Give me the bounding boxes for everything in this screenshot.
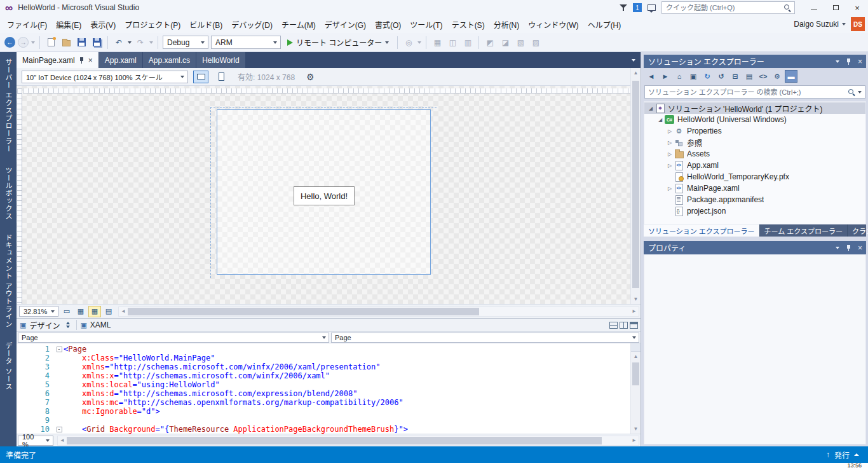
collapse-all-icon[interactable]: ⊟ [729, 70, 742, 83]
step-into-icon[interactable]: ◪ [499, 36, 512, 50]
close-icon[interactable]: × [858, 58, 862, 65]
scroll-left-icon[interactable]: ◄ [58, 436, 67, 445]
scrollbar-track[interactable] [631, 78, 641, 294]
search-icon[interactable] [783, 4, 791, 11]
menu-item[interactable]: ビルド(B) [185, 16, 227, 33]
code-line[interactable]: 4 xmlns:x="http://schemas.microsoft.com/… [17, 371, 630, 380]
solution-search-box[interactable] [644, 85, 865, 99]
element-dropdown-right[interactable]: Page [331, 333, 639, 343]
collapse-icon[interactable]: - [57, 427, 62, 432]
scroll-right-icon[interactable]: ► [630, 436, 639, 445]
editor-zoom-dropdown[interactable]: 100 % [18, 436, 53, 446]
tree-item[interactable]: ▷App.xaml [644, 160, 865, 171]
split-vertical-icon[interactable] [620, 322, 628, 329]
scrollbar-thumb[interactable] [67, 437, 602, 444]
maximize-button[interactable] [825, 0, 846, 15]
solution-platform-dropdown[interactable]: ARM [211, 36, 281, 49]
solution-search-input[interactable] [645, 88, 848, 96]
preview-selected-icon[interactable]: ▬ [785, 70, 797, 83]
code-line[interactable]: 10- <Grid Background="{ThemeResource App… [17, 425, 630, 434]
scrollbar-thumb[interactable] [632, 362, 639, 385]
expander-icon[interactable]: ▷ [665, 186, 674, 191]
chevron-down-icon[interactable] [417, 41, 421, 44]
expander-icon[interactable]: ▷ [665, 151, 674, 157]
menu-item[interactable]: チーム(M) [277, 16, 320, 33]
save-all-button[interactable] [90, 36, 103, 50]
expander-icon[interactable]: ▷ [665, 140, 674, 146]
close-icon[interactable]: × [88, 57, 93, 64]
fold-margin[interactable]: - [55, 425, 64, 434]
scrollbar-track[interactable] [67, 436, 630, 445]
menu-item[interactable]: 分析(N) [489, 16, 524, 33]
solution-scope-icon[interactable]: ▦ [431, 36, 444, 50]
home-icon[interactable]: ⌂ [673, 70, 686, 83]
editor-vertical-scrollbar[interactable]: ▲ ▼ [630, 343, 641, 434]
step-out-icon[interactable]: ▧ [514, 36, 527, 50]
publish-button[interactable]: ↑ 発行 [826, 450, 859, 460]
snaplines-icon[interactable]: ▤ [102, 306, 115, 317]
scope-icon[interactable]: ▣ [687, 70, 700, 83]
tree-item[interactable]: ▷MainPage.xaml [644, 182, 865, 194]
scroll-up-icon[interactable]: ▲ [631, 352, 641, 361]
navigation-dropdown-icon[interactable] [31, 41, 35, 44]
pin-icon[interactable] [846, 58, 851, 65]
undo-dropdown-icon[interactable] [128, 41, 132, 44]
open-file-button[interactable] [60, 36, 72, 50]
document-tab[interactable]: App.xaml [99, 52, 142, 68]
portrait-orientation-button[interactable] [214, 71, 229, 83]
document-tab[interactable]: MainPage.xaml× [17, 52, 98, 68]
splitter-grip[interactable] [631, 343, 641, 352]
active-files-dropdown-icon[interactable] [632, 59, 635, 62]
landscape-orientation-button[interactable] [193, 71, 208, 83]
expander-icon[interactable]: ▷ [665, 163, 674, 169]
navigate-icon[interactable]: ▥ [461, 36, 474, 50]
menu-item[interactable]: デバッグ(D) [227, 16, 277, 33]
tree-item[interactable]: project.json [644, 205, 865, 217]
element-dropdown-left[interactable]: Page [18, 333, 329, 343]
menu-item[interactable]: プロジェクト(P) [120, 16, 185, 33]
panel-tab[interactable]: ソリューション エクスプローラー [644, 224, 760, 237]
expander-icon[interactable]: ▷ [665, 128, 674, 134]
code-line[interactable]: 6 xmlns:d="http://schemas.microsoft.com/… [17, 389, 630, 398]
close-icon[interactable]: × [858, 244, 862, 252]
tree-item[interactable]: ▷参照 [644, 137, 865, 148]
tree-item[interactable]: ▷Properties [644, 125, 865, 137]
refresh-icon[interactable]: ↺ [715, 70, 728, 83]
designer-vertical-scrollbar[interactable]: ▲ ▼ [630, 68, 641, 304]
menu-item[interactable]: ヘルプ(H) [583, 16, 626, 33]
expand-pane-icon[interactable] [630, 322, 638, 329]
tree-item[interactable]: ▷Assets [644, 148, 865, 160]
code-line[interactable]: 5 xmlns:local="using:HelloWorld" [17, 380, 630, 389]
scroll-down-icon[interactable]: ▼ [631, 294, 641, 304]
code-line[interactable]: 8 mc:Ignorable="d"> [17, 407, 630, 416]
design-tab[interactable]: デザイン [29, 320, 60, 331]
scroll-up-icon[interactable]: ▲ [631, 68, 641, 78]
expander-icon[interactable]: ◢ [646, 106, 655, 111]
tree-item[interactable]: ◢ソリューション 'HelloWorld' (1 プロジェクト) [644, 102, 865, 114]
show-grid-icon[interactable]: ▦ [74, 306, 87, 317]
search-icon[interactable] [848, 88, 855, 96]
panel-tab[interactable]: チーム エクスプローラー [760, 224, 848, 237]
step-over-icon[interactable]: ◩ [484, 36, 496, 50]
xaml-tab[interactable]: XAML [90, 320, 111, 329]
code-line[interactable]: 7 xmlns:mc="http://schemas.openxmlformat… [17, 398, 630, 407]
attach-to-process-icon[interactable]: ◎ [402, 36, 415, 50]
page-artboard[interactable]: Hello, World! [217, 109, 431, 275]
forward-icon[interactable]: ► [659, 70, 672, 83]
menu-item[interactable]: テスト(S) [447, 16, 489, 33]
device-preview-dropdown[interactable]: 10" IoT Device (1024 x 768) 100% スケール [22, 71, 188, 83]
editor-horizontal-scrollbar[interactable]: ◄ ► [57, 436, 639, 446]
code-line[interactable]: 1-<Page [17, 345, 630, 354]
sync-with-active-document-icon[interactable]: ↻ [701, 70, 714, 83]
fold-margin[interactable]: - [55, 345, 64, 354]
menu-item[interactable]: デザイン(G) [320, 16, 370, 33]
scrollbar-thumb[interactable] [128, 308, 479, 315]
document-tab[interactable]: App.xaml.cs [143, 52, 196, 68]
view-code-icon[interactable]: <> [757, 70, 770, 83]
back-icon[interactable]: ◄ [645, 70, 658, 83]
designer-horizontal-scrollbar[interactable]: ◄ ► [118, 306, 639, 317]
scrollbar-track[interactable] [631, 361, 641, 424]
breakpoints-icon[interactable]: ▨ [529, 36, 542, 50]
user-name-dropdown[interactable]: Daigo Suzuki [794, 20, 846, 29]
quick-launch[interactable] [661, 1, 795, 14]
